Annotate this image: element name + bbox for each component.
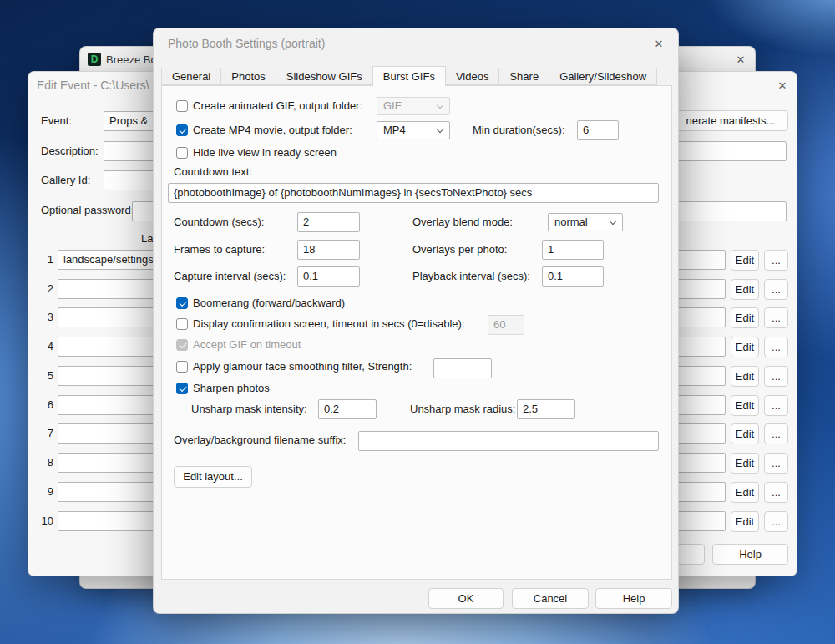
row-number: 4 [38,337,53,357]
overlays-per-photo-input[interactable]: 1 [542,240,604,260]
row-edit-button[interactable]: Edit [731,453,759,474]
row-more-button[interactable]: ... [764,250,788,271]
mp4-folder-dropdown[interactable]: MP4 [377,121,450,139]
tab-photos[interactable]: Photos [220,68,276,85]
description-label: Description: [41,145,99,158]
dialog-title: Edit Event - C:\Users\ [37,79,149,92]
row-number: 10 [38,511,53,531]
row-edit-button[interactable]: Edit [731,250,759,271]
unsharp-radius-label: Unsharp mask radius: [410,403,515,416]
row-number: 9 [38,482,53,502]
photo-booth-settings-dialog: Photo Booth Settings (portrait) ✕ Genera… [153,28,679,614]
row-edit-button[interactable]: Edit [731,337,759,357]
create-gif-checkbox[interactable] [176,100,188,112]
tab-share[interactable]: Share [498,68,549,85]
row-number: 5 [38,366,53,386]
chevron-down-icon [437,126,443,133]
tab-videos[interactable]: Videos [445,68,500,85]
unsharp-intensity-label: Unsharp mask intensity: [191,403,307,416]
countdown-secs-label: Countdown (secs): [174,216,264,229]
row-edit-button[interactable]: Edit [731,482,759,503]
tab-general[interactable]: General [161,68,221,85]
help-button[interactable]: Help [595,588,672,609]
row-number: 8 [38,453,53,473]
row-number: 1 [38,250,53,270]
accept-gif-checkbox [176,339,188,351]
countdown-secs-input[interactable]: 2 [297,212,360,232]
row-edit-button[interactable]: Edit [731,395,759,416]
generate-manifests-button[interactable]: nerate manifests... [673,110,788,131]
unsharp-intensity-input[interactable]: 0.2 [318,399,377,419]
row-more-button[interactable]: ... [764,307,788,328]
filename-suffix-label: Overlay/background filename suffix: [174,434,346,447]
row-more-button[interactable]: ... [764,482,788,503]
glamour-strength-input[interactable] [433,358,492,378]
create-mp4-label: Create MP4 movie, output folder: [193,124,352,137]
breeze-app-icon: D [88,53,101,66]
row-edit-button[interactable]: Edit [731,511,759,532]
accept-gif-label: Accept GIF on timeout [193,338,301,352]
frames-to-capture-input[interactable]: 18 [297,240,360,260]
row-edit-button[interactable]: Edit [731,366,759,387]
cancel-button[interactable]: Cancel [512,588,589,609]
min-duration-label: Min duration(secs): [473,124,565,137]
tab-gallery-slideshow[interactable]: Gallery/Slideshow [549,68,657,85]
row-edit-button[interactable]: Edit [731,307,759,328]
row-more-button[interactable]: ... [764,453,788,474]
sharpen-photos-checkbox[interactable] [176,383,188,394]
ok-button[interactable]: OK [428,588,504,609]
chevron-down-icon [437,102,443,109]
frames-to-capture-label: Frames to capture: [174,243,265,256]
close-icon[interactable]: ✕ [732,52,749,68]
close-icon[interactable]: ✕ [774,78,791,94]
tab-strip: General Photos Slideshow GIFs Burst GIFs… [161,68,656,88]
dialog-title: Photo Booth Settings (portrait) [168,37,325,50]
overlay-blend-label: Overlay blend mode: [412,216,513,229]
countdown-text-input[interactable]: {photoboothImage} of {photoboothNumImage… [168,183,659,203]
close-icon[interactable]: ✕ [650,36,667,53]
chevron-down-icon [610,218,616,225]
row-edit-button[interactable]: Edit [731,423,759,444]
tab-slideshow-gifs[interactable]: Slideshow GIFs [276,68,373,85]
capture-interval-input[interactable]: 0.1 [297,266,360,287]
row-more-button[interactable]: ... [764,395,788,416]
edit-layout-button[interactable]: Edit layout... [174,466,252,488]
boomerang-checkbox[interactable] [176,297,188,309]
playback-interval-label: Playback interval (secs): [412,270,530,283]
row-more-button[interactable]: ... [764,279,788,300]
unsharp-radius-input[interactable]: 2.5 [517,399,575,419]
event-label: Event: [41,114,72,128]
hide-live-view-checkbox[interactable] [176,147,188,159]
overlays-per-photo-label: Overlays per photo: [412,243,507,256]
gif-folder-dropdown[interactable]: GIF [377,97,450,115]
create-mp4-checkbox[interactable] [176,124,188,136]
confirmation-timeout-input: 60 [488,315,524,335]
playback-interval-input[interactable]: 0.1 [542,266,604,287]
glamour-filter-label: Apply glamour face smoothing filter, Str… [193,360,412,373]
row-more-button[interactable]: ... [764,511,788,532]
capture-interval-label: Capture interval (secs): [174,270,286,283]
row-number: 3 [38,307,53,327]
optional-password-label: Optional password: [41,204,134,217]
confirmation-screen-label: Display confirmation screen, timeout in … [193,317,465,331]
boomerang-label: Boomerang (forward/backward) [193,297,345,310]
row-more-button[interactable]: ... [764,337,788,357]
min-duration-input[interactable]: 6 [577,120,619,140]
row-number: 7 [38,423,53,444]
row-number: 6 [38,395,53,415]
filename-suffix-input[interactable] [358,431,659,451]
glamour-filter-checkbox[interactable] [176,361,188,373]
confirmation-screen-checkbox[interactable] [176,318,188,330]
row-edit-button[interactable]: Edit [731,279,759,300]
hide-live-view-label: Hide live view in ready screen [193,146,337,160]
overlay-blend-dropdown[interactable]: normal [548,213,623,231]
tab-burst-gifs[interactable]: Burst GIFs [372,66,446,86]
help-button[interactable]: Help [712,544,788,565]
row-more-button[interactable]: ... [764,423,788,444]
breeze-window-title: Breeze Bo [106,53,157,66]
row-more-button[interactable]: ... [764,366,788,387]
create-gif-label: Create animated GIF, output folder: [193,99,362,113]
sharpen-photos-label: Sharpen photos [193,382,270,395]
row-number: 2 [38,279,53,299]
gallery-id-label: Gallery Id: [41,174,90,187]
